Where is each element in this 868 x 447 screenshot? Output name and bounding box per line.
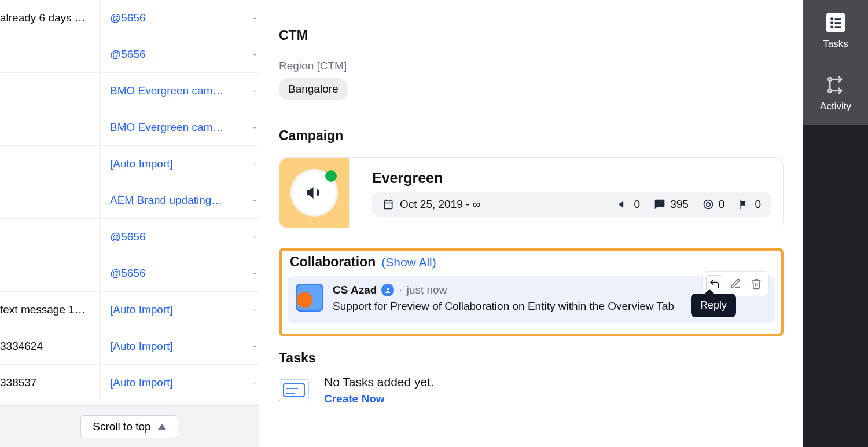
megaphone-icon bbox=[618, 199, 630, 210]
campaign-date-range: Oct 25, 2019 - ∞ bbox=[400, 198, 480, 211]
stat-flag-value: 0 bbox=[755, 198, 761, 211]
table-row[interactable]: BMO Evergreen cam… - bbox=[0, 73, 259, 109]
svg-rect-6 bbox=[835, 18, 841, 20]
svg-rect-10 bbox=[835, 26, 841, 28]
left-table-panel: already 6 days … @5656 - @5656 - BMO Eve… bbox=[0, 0, 259, 447]
avatar bbox=[296, 284, 323, 312]
cell-link[interactable]: [Auto Import] bbox=[110, 340, 173, 353]
scroll-to-top-button[interactable]: Scroll to top bbox=[80, 415, 178, 438]
target-icon bbox=[703, 199, 714, 210]
cell-trail: - bbox=[251, 328, 259, 364]
svg-point-1 bbox=[704, 200, 712, 208]
delete-button[interactable] bbox=[748, 275, 765, 292]
table-row[interactable]: @5656 - bbox=[0, 255, 259, 292]
table-row[interactable]: @5656 - bbox=[0, 219, 259, 255]
caret-up-icon bbox=[158, 424, 166, 430]
rail-tab-activity[interactable]: Activity bbox=[803, 63, 868, 125]
cell-message: 338537 bbox=[0, 365, 101, 401]
campaign-meta-row: Oct 25, 2019 - ∞ 0 395 0 bbox=[372, 192, 771, 217]
cell-message bbox=[0, 255, 101, 291]
table-row[interactable]: already 6 days … @5656 - bbox=[0, 0, 259, 36]
cell-message bbox=[0, 36, 101, 72]
user-badge-icon bbox=[381, 284, 394, 296]
cell-message: already 6 days … bbox=[0, 0, 101, 36]
collaboration-highlight: Collaboration (Show All) CS Azad · just … bbox=[279, 248, 784, 336]
show-all-link[interactable]: (Show All) bbox=[381, 255, 436, 269]
calendar-icon bbox=[382, 199, 394, 210]
section-collaboration-title: Collaboration bbox=[290, 254, 376, 270]
cell-trail: - bbox=[251, 73, 259, 109]
cell-message: 3334624 bbox=[0, 328, 101, 364]
cell-link[interactable]: [Auto Import] bbox=[110, 376, 173, 389]
svg-rect-9 bbox=[831, 26, 833, 28]
timestamp: just now bbox=[407, 284, 447, 296]
stat-target-value: 0 bbox=[719, 198, 725, 211]
svg-rect-7 bbox=[831, 22, 833, 24]
cell-message bbox=[0, 219, 101, 255]
cell-trail: - bbox=[251, 36, 259, 72]
cell-message bbox=[0, 146, 101, 182]
svg-rect-8 bbox=[835, 22, 841, 24]
cell-trail: - bbox=[251, 292, 259, 328]
create-task-link[interactable]: Create Now bbox=[324, 393, 385, 405]
tasks-empty-text: No Tasks added yet. bbox=[324, 375, 434, 389]
list-icon bbox=[826, 13, 845, 32]
rail-tab-activity-label: Activity bbox=[820, 101, 851, 112]
cell-link[interactable]: @5656 bbox=[110, 267, 146, 280]
megaphone-icon bbox=[304, 183, 324, 203]
table-row[interactable]: text message 1… [Auto Import] - bbox=[0, 292, 259, 328]
status-dot-icon bbox=[325, 170, 337, 182]
region-chip[interactable]: Bangalore bbox=[279, 78, 348, 100]
svg-point-2 bbox=[707, 202, 711, 206]
svg-point-3 bbox=[387, 288, 389, 290]
campaign-card[interactable]: Evergreen Oct 25, 2019 - ∞ 0 bbox=[279, 157, 784, 228]
cell-link[interactable]: @5656 bbox=[110, 12, 146, 24]
field-region-label: Region [CTM] bbox=[279, 60, 784, 72]
cell-trail: - bbox=[251, 219, 259, 255]
stat-megaphone-value: 0 bbox=[634, 198, 641, 211]
scroll-to-top-label: Scroll to top bbox=[93, 420, 150, 433]
svg-rect-5 bbox=[831, 18, 833, 20]
campaign-name: Evergreen bbox=[372, 170, 771, 186]
cell-trail: - bbox=[251, 109, 259, 145]
cell-message bbox=[0, 73, 101, 109]
cell-link[interactable]: AEM Brand updating… bbox=[110, 194, 222, 207]
reply-tooltip: Reply bbox=[691, 294, 736, 317]
table-row[interactable]: [Auto Import] - bbox=[0, 146, 259, 182]
campaign-thumbnail bbox=[279, 158, 349, 228]
collaboration-item: CS Azad · just now Support for Preview o… bbox=[288, 276, 775, 323]
section-ctm-title: CTM bbox=[279, 28, 784, 43]
cell-link[interactable]: BMO Evergreen cam… bbox=[110, 121, 223, 134]
author-name: CS Azad bbox=[333, 284, 377, 296]
rail-tab-tasks[interactable]: Tasks bbox=[803, 0, 868, 63]
collaboration-actions: Reply bbox=[702, 271, 769, 296]
cell-trail: - bbox=[251, 182, 259, 218]
table-row[interactable]: BMO Evergreen cam… - bbox=[0, 109, 259, 146]
cell-link[interactable]: [Auto Import] bbox=[110, 157, 173, 170]
flag-icon bbox=[738, 199, 750, 210]
section-tasks: Tasks No Tasks added yet. Create Now bbox=[279, 350, 784, 405]
cell-link[interactable]: [Auto Import] bbox=[110, 303, 173, 316]
cell-trail: - bbox=[251, 0, 259, 36]
cell-message: text message 1… bbox=[0, 292, 101, 328]
table-row[interactable]: 3334624 [Auto Import] - bbox=[0, 328, 259, 365]
tasks-empty-icon bbox=[279, 379, 309, 401]
table-row[interactable]: 338537 [Auto Import] - bbox=[0, 365, 259, 401]
section-tasks-title: Tasks bbox=[279, 350, 784, 366]
table-row[interactable]: AEM Brand updating… - bbox=[0, 182, 259, 219]
cell-link[interactable]: @5656 bbox=[110, 230, 146, 243]
cell-link[interactable]: @5656 bbox=[110, 48, 146, 61]
cell-message bbox=[0, 182, 101, 218]
table-footer: Scroll to top bbox=[0, 405, 259, 447]
cell-link[interactable]: BMO Evergreen cam… bbox=[110, 85, 223, 97]
table-body: already 6 days … @5656 - @5656 - BMO Eve… bbox=[0, 0, 259, 405]
rail-tab-tasks-label: Tasks bbox=[823, 38, 848, 50]
cell-trail: - bbox=[251, 365, 259, 401]
detail-panel: CTM Region [CTM] Bangalore Campaign Ever… bbox=[259, 0, 803, 447]
cell-message bbox=[0, 109, 101, 145]
activity-icon bbox=[826, 75, 845, 95]
cell-trail: - bbox=[251, 146, 259, 182]
edit-button[interactable] bbox=[727, 275, 744, 292]
time-separator: · bbox=[399, 284, 402, 296]
table-row[interactable]: @5656 - bbox=[0, 36, 259, 73]
